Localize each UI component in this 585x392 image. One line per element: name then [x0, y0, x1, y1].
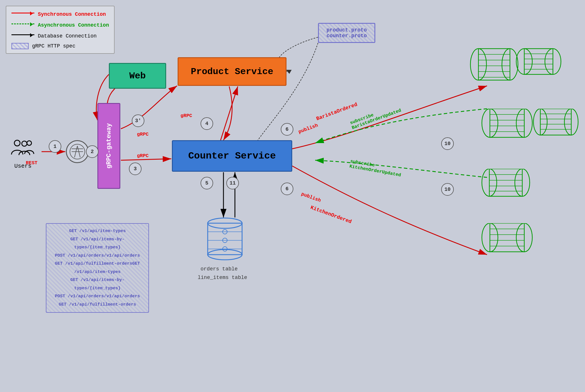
- svg-line-7: [221, 86, 238, 140]
- label-grpc-1: gRPC: [137, 132, 149, 137]
- label-grpc-3: gRPC: [180, 113, 192, 118]
- svg-rect-29: [478, 49, 510, 80]
- node-web-label: Web: [129, 71, 146, 81]
- legend-sync: Synchronous Connection: [11, 10, 109, 18]
- num-circle-3: 3: [129, 163, 142, 175]
- svg-rect-44: [490, 109, 524, 137]
- node-counter-service: Counter Service: [172, 140, 292, 172]
- svg-line-6: [121, 159, 171, 160]
- label-kitchen-ordered: KitchenOrdered: [310, 205, 352, 225]
- legend-db: Database Connection: [11, 32, 109, 40]
- num-circle-10a: 10: [441, 137, 454, 150]
- legend: Synchronous Connection Asynchronous Conn…: [6, 6, 115, 54]
- legend-sync-label: Synchronous Connection: [38, 11, 106, 17]
- users-svg: [9, 137, 37, 160]
- label-grpc-2: gRPC: [137, 153, 149, 159]
- num-10a: 10: [444, 141, 451, 146]
- svg-marker-10: [286, 70, 292, 74]
- node-gateway-label: gRPC-gateway: [105, 123, 113, 169]
- mq-cylinders-mid: [481, 109, 579, 155]
- node-api-spec: GET /v1/api/item-types GET /v1/api/items…: [46, 223, 149, 313]
- num-circle-6a: 6: [281, 123, 293, 136]
- svg-rect-37: [524, 49, 553, 74]
- num-circle-6b: 6: [281, 183, 293, 195]
- db-line-icon: [11, 34, 34, 40]
- num-circle-5: 5: [201, 177, 213, 189]
- async-line-icon: [11, 23, 34, 29]
- lb-icon: [69, 143, 86, 160]
- node-product-label: Product Service: [191, 66, 273, 77]
- num-3p: 3': [135, 118, 141, 124]
- num-4: 4: [205, 121, 209, 126]
- label-publish-barista: publish: [298, 122, 319, 134]
- mq-cylinders-top: [470, 46, 579, 103]
- label-orders-table: orders table: [201, 266, 238, 272]
- num-5: 5: [205, 180, 209, 186]
- label-barista-ordered: BaristaOrdered: [315, 102, 358, 122]
- svg-point-13: [27, 141, 32, 145]
- label-publish-kitchen: publish: [301, 191, 322, 203]
- label-line-items: line_items table: [198, 275, 247, 280]
- mq-cylinders-mid-bottom: [481, 169, 579, 209]
- num-circle-3p: 3': [132, 114, 144, 127]
- svg-point-11: [14, 140, 20, 146]
- num-circle-11: 11: [226, 177, 239, 189]
- node-grpc-gateway: gRPC-gateway: [97, 103, 120, 189]
- node-web: Web: [109, 63, 166, 89]
- api-spec-text: GET /v1/api/item-types GET /v1/api/items…: [50, 227, 145, 309]
- node-product-service: Product Service: [178, 57, 286, 86]
- num-circle-1: 1: [49, 140, 61, 153]
- num-circle-4: 4: [201, 117, 213, 130]
- num-6a: 6: [286, 126, 289, 132]
- num-circle-10b: 10: [441, 183, 454, 196]
- node-counter-label: Counter Service: [188, 151, 276, 161]
- legend-grpc-label: gRPC HTTP spec: [32, 43, 75, 49]
- label-subscribe-kitchen: subscribeKitchenOrderUpdated: [349, 159, 402, 178]
- num-circle-2: 2: [86, 145, 99, 158]
- num-11: 11: [229, 180, 236, 186]
- legend-async: Asynchronous Connection: [11, 21, 109, 29]
- legend-db-label: Database Connection: [38, 33, 97, 39]
- lb-circle: [66, 140, 89, 163]
- svg-rect-58: [490, 223, 524, 252]
- grpc-box-icon: [11, 43, 29, 49]
- node-proto-label: product.proto counter.proto: [327, 27, 367, 39]
- legend-grpc: gRPC HTTP spec: [11, 43, 109, 49]
- svg-point-12: [22, 141, 27, 146]
- node-proto: product.proto counter.proto: [318, 23, 375, 43]
- num-10b: 10: [444, 187, 451, 192]
- legend-async-label: Asynchronous Connection: [38, 22, 109, 28]
- num-3: 3: [134, 166, 137, 172]
- db-svg: [206, 217, 244, 263]
- num-2: 2: [91, 149, 94, 155]
- sync-line-icon: [11, 13, 34, 18]
- num-6b: 6: [286, 186, 289, 192]
- label-rest: REST: [26, 160, 38, 166]
- num-1: 1: [54, 144, 57, 149]
- diagram: Synchronous Connection Asynchronous Conn…: [0, 0, 585, 392]
- mq-cylinders-bottom: [481, 223, 579, 263]
